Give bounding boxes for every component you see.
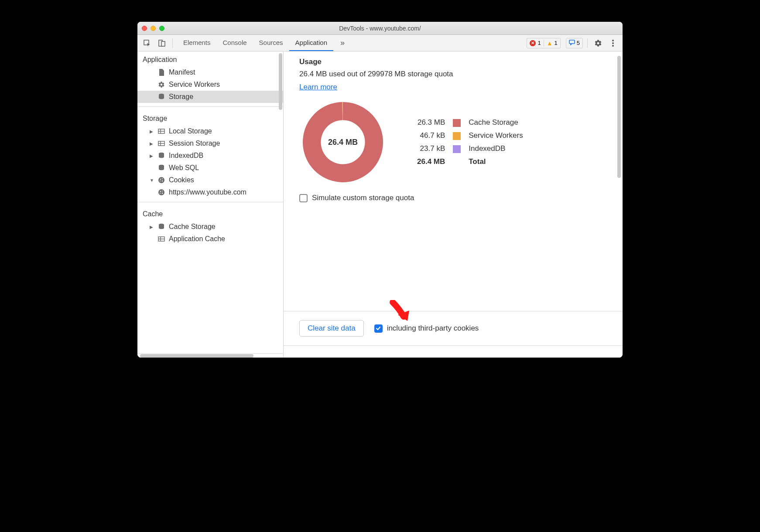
- legend-label: Cache Storage: [465, 116, 526, 129]
- tab-elements[interactable]: Elements: [177, 35, 217, 51]
- sidebar-item-label: Service Workers: [169, 81, 220, 89]
- sidebar-item-label: IndexedDB: [169, 152, 203, 160]
- kebab-menu-icon[interactable]: [607, 37, 619, 49]
- device-toolbar-icon[interactable]: [156, 37, 168, 49]
- svg-point-5: [612, 42, 614, 44]
- svg-rect-3: [569, 40, 575, 44]
- sidebar-item-label: Storage: [169, 93, 193, 101]
- clear-site-data-row: Clear site data including third-party co…: [284, 311, 623, 345]
- simulate-quota-checkbox-row[interactable]: Simulate custom storage quota: [299, 194, 612, 202]
- sidebar-scrollbar[interactable]: [279, 53, 282, 110]
- svg-point-23: [162, 191, 163, 191]
- window-title: DevTools - www.youtube.com/: [137, 25, 623, 32]
- legend-row: 46.7 kBService Workers: [414, 130, 527, 142]
- clear-site-data-button[interactable]: Clear site data: [299, 320, 364, 337]
- file-icon: [157, 68, 165, 76]
- third-party-cookies-checkbox-row[interactable]: including third-party cookies: [374, 324, 479, 333]
- sidebar-item-label: Cache Storage: [169, 223, 216, 231]
- sidebar-horizontal-scrollbar[interactable]: [137, 353, 283, 358]
- svg-point-21: [158, 189, 164, 195]
- message-icon: [569, 39, 575, 47]
- sidebar-item-local-storage[interactable]: ▶ Local Storage: [137, 125, 283, 137]
- sidebar-item-indexeddb[interactable]: ▶ IndexedDB: [137, 150, 283, 162]
- messages-count: 5: [577, 40, 580, 46]
- legend-value: 23.7 kB: [414, 143, 448, 155]
- sidebar-item-label: Manifest: [169, 68, 195, 76]
- toolbar-divider: [172, 38, 173, 48]
- checkbox-checked-icon[interactable]: [374, 324, 383, 333]
- legend-row: 26.3 MBCache Storage: [414, 116, 527, 129]
- titlebar: DevTools - www.youtube.com/: [137, 22, 623, 35]
- checkbox-icon[interactable]: [299, 194, 308, 202]
- database-icon: [157, 152, 165, 160]
- legend-label: IndexedDB: [465, 143, 526, 155]
- donut-center-value: 26.4 MB: [299, 99, 387, 186]
- learn-more-link[interactable]: Learn more: [299, 83, 337, 92]
- errors-count: 1: [537, 40, 541, 46]
- chevron-right-icon: ▶: [150, 225, 154, 229]
- legend-swatch: [449, 116, 464, 129]
- svg-point-6: [612, 45, 614, 47]
- chevron-right-icon: ▶: [150, 141, 154, 146]
- svg-point-18: [162, 178, 163, 179]
- sidebar-section-application: Application: [137, 51, 283, 66]
- svg-point-4: [612, 40, 614, 41]
- sidebar-item-websql[interactable]: Web SQL: [137, 162, 283, 174]
- chevron-right-icon: ▶: [150, 153, 154, 158]
- sidebar-item-label: https://www.youtube.com: [169, 188, 246, 196]
- empty-footer-row: [284, 345, 623, 358]
- grid-icon: [157, 140, 165, 147]
- settings-icon[interactable]: [592, 37, 604, 49]
- sidebar-item-cache-storage[interactable]: ▶ Cache Storage: [137, 221, 283, 233]
- svg-point-17: [160, 179, 161, 180]
- legend-swatch: [449, 143, 464, 155]
- usage-legend: 26.3 MBCache Storage46.7 kBService Worke…: [413, 116, 527, 169]
- sidebar-item-session-storage[interactable]: ▶ Session Storage: [137, 137, 283, 150]
- warnings-count: 1: [555, 40, 558, 46]
- legend-value: 26.3 MB: [414, 116, 448, 129]
- database-icon: [157, 223, 165, 231]
- error-icon: ✕: [530, 40, 536, 46]
- console-status-pill[interactable]: ✕ 1 ▲ 1: [527, 38, 560, 48]
- legend-row: 23.7 kBIndexedDB: [414, 143, 527, 155]
- sidebar-item-application-cache[interactable]: Application Cache: [137, 233, 283, 245]
- main-scrollbar[interactable]: [617, 56, 621, 178]
- cookie-icon: [157, 188, 165, 196]
- sidebar-section-cache: Cache: [137, 206, 283, 221]
- sidebar-item-label: Application Cache: [169, 235, 225, 243]
- sidebar-item-manifest[interactable]: Manifest: [137, 66, 283, 78]
- svg-point-20: [160, 181, 161, 181]
- legend-label: Service Workers: [465, 130, 526, 142]
- svg-rect-2: [161, 41, 165, 46]
- legend-value: 46.7 kB: [414, 130, 448, 142]
- tab-sources[interactable]: Sources: [253, 35, 289, 51]
- legend-swatch: [449, 130, 464, 142]
- devtools-toolbar: Elements Console Sources Application » ✕…: [137, 35, 623, 51]
- cookie-icon: [157, 176, 165, 184]
- svg-point-22: [160, 191, 161, 192]
- svg-point-19: [162, 181, 163, 182]
- warnings-segment[interactable]: ▲ 1: [544, 40, 560, 47]
- sidebar-item-cookie-origin[interactable]: https://www.youtube.com: [137, 186, 283, 198]
- usage-heading: Usage: [299, 58, 612, 66]
- tabs-overflow-icon[interactable]: »: [336, 38, 349, 48]
- tab-console[interactable]: Console: [217, 35, 253, 51]
- sidebar-item-storage[interactable]: Storage: [137, 91, 283, 103]
- errors-segment[interactable]: ✕ 1: [527, 40, 543, 46]
- sidebar-item-service-workers[interactable]: Service Workers: [137, 78, 283, 91]
- tab-application[interactable]: Application: [289, 35, 333, 51]
- inspect-element-icon[interactable]: [141, 37, 153, 49]
- messages-pill[interactable]: 5: [566, 38, 583, 48]
- legend-total-value: 26.4 MB: [414, 156, 448, 168]
- sidebar-item-cookies[interactable]: ▼ Cookies: [137, 174, 283, 186]
- application-sidebar: Application Manifest Service Workers Sto…: [137, 51, 284, 358]
- gear-icon: [157, 81, 165, 89]
- sidebar-item-label: Local Storage: [169, 127, 212, 135]
- storage-panel: Usage 26.4 MB used out of 299978 MB stor…: [284, 51, 623, 358]
- sidebar-section-storage: Storage: [137, 110, 283, 125]
- database-icon: [157, 164, 165, 172]
- sidebar-item-label: Cookies: [169, 176, 194, 184]
- legend-total-label: Total: [465, 156, 526, 168]
- sidebar-item-label: Session Storage: [169, 140, 220, 147]
- grid-icon: [157, 127, 165, 135]
